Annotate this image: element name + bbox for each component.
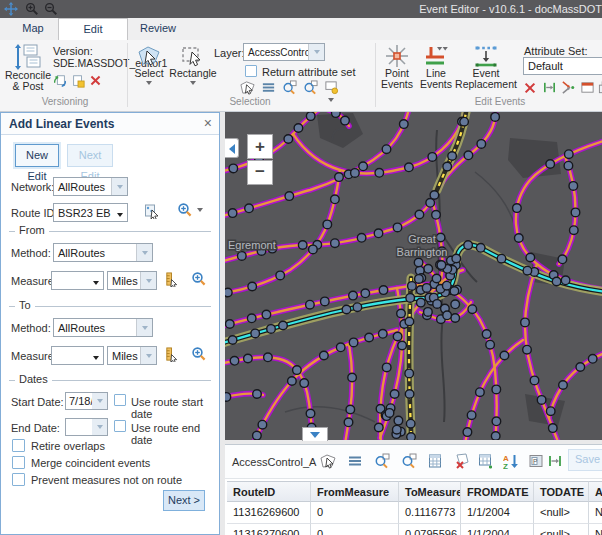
column-header-fromdate[interactable]: FROMDATE	[461, 481, 534, 502]
measure-range-icon[interactable]	[547, 453, 563, 469]
layer-combo-caret-icon[interactable]	[308, 44, 324, 60]
split-event-icon[interactable]	[523, 81, 537, 95]
close-icon[interactable]: ×	[204, 115, 212, 131]
collapse-table-tab[interactable]	[302, 427, 328, 441]
end-date-caret[interactable]	[92, 418, 108, 436]
attribute-set-combobox[interactable]: Default	[523, 57, 602, 75]
zoom-to-next-icon[interactable]	[303, 80, 318, 95]
table-cell[interactable]: <null>	[534, 524, 589, 535]
map-zoom-in-button[interactable]: +	[247, 134, 273, 159]
event-panel-icon[interactable]	[580, 80, 595, 95]
refresh-version-icon[interactable]	[53, 74, 67, 88]
map-view[interactable]: Egremont Great Barrington	[225, 112, 602, 440]
delete-version-icon[interactable]	[89, 74, 102, 87]
select-dropdown-caret-icon[interactable]	[146, 81, 152, 85]
to-method-caret-icon[interactable]	[136, 319, 152, 336]
event-replacement-button[interactable]: Event Replacement	[456, 44, 516, 90]
from-measure-caret-icon[interactable]	[93, 275, 103, 287]
zoom-to-selection-icon[interactable]	[282, 80, 297, 95]
network-caret-icon[interactable]	[111, 178, 127, 195]
map-zoom-out-button[interactable]: −	[247, 160, 273, 185]
to-method-combobox[interactable]: AllRoutes	[53, 318, 153, 337]
table-cell[interactable]: 11316269600	[227, 502, 311, 524]
layer-pick-icon[interactable]	[324, 80, 339, 95]
sort-icon[interactable]	[503, 453, 519, 469]
save-button[interactable]: Save	[568, 449, 602, 471]
layer-pick-caret-icon[interactable]	[328, 98, 334, 102]
attribute-list-icon[interactable]	[261, 80, 276, 95]
layer-combobox[interactable]: AccessControl_A	[243, 43, 325, 61]
merge-coincident-checkbox[interactable]	[12, 456, 25, 469]
delete-selected-icon[interactable]	[454, 453, 470, 469]
copy-panel-icon[interactable]	[598, 80, 602, 95]
attribute-list-icon[interactable]	[347, 453, 363, 469]
zoom-next-icon[interactable]	[401, 453, 417, 469]
from-units-caret-icon[interactable]	[140, 272, 156, 289]
add-record-icon[interactable]	[478, 453, 494, 469]
prevent-measures-checkbox[interactable]	[12, 473, 25, 486]
reconcile-post-button[interactable]: Reconcile & Post	[4, 44, 52, 92]
zoom-route-caret-icon[interactable]	[197, 208, 203, 212]
table-cell[interactable]: 1/1/2004	[461, 502, 534, 524]
table-cell[interactable]: 0	[311, 502, 399, 524]
column-header-tomeasure[interactable]: ToMeasure	[399, 481, 461, 502]
end-date-field[interactable]	[65, 418, 93, 436]
column-header-frommeasure[interactable]: FromMeasure	[311, 481, 399, 502]
table-cell[interactable]: No	[589, 502, 602, 524]
use-route-end-checkbox[interactable]	[114, 420, 126, 432]
table-cell[interactable]: 0.0795596	[399, 524, 461, 535]
pan-icon[interactable]	[4, 2, 18, 16]
to-zoom-icon[interactable]	[191, 346, 207, 362]
from-method-combobox[interactable]: AllRoutes	[53, 243, 153, 262]
to-measure-caret-icon[interactable]	[93, 350, 103, 362]
to-measure-combobox[interactable]	[51, 346, 104, 365]
select-polygon-icon[interactable]	[320, 453, 336, 469]
measure-event-icon[interactable]	[542, 80, 557, 95]
use-route-start-checkbox[interactable]	[114, 394, 126, 406]
from-units-combobox[interactable]: Miles	[107, 271, 157, 290]
new-edit-button[interactable]: New Edit	[15, 144, 59, 167]
column-header-routeid[interactable]: RouteID	[227, 481, 311, 502]
route-pick-icon[interactable]	[144, 203, 160, 219]
point-events-button[interactable]: Point Events	[380, 44, 414, 90]
tab-map[interactable]: Map	[10, 18, 56, 39]
table-cell[interactable]: 11316270600	[227, 524, 311, 535]
retire-overlaps-checkbox[interactable]	[12, 439, 25, 452]
from-method-caret-icon[interactable]	[136, 244, 152, 261]
tab-review[interactable]: Review	[130, 18, 186, 39]
next-edit-button[interactable]: Next Edit	[67, 144, 113, 167]
zoom-to-route-icon[interactable]	[177, 202, 193, 218]
map-canvas[interactable]: Egremont Great Barrington	[225, 112, 602, 440]
from-zoom-icon[interactable]	[191, 271, 207, 287]
table-cell[interactable]: No	[589, 524, 602, 535]
column-header-todate[interactable]: TODATE	[534, 481, 589, 502]
next-button[interactable]: Next >	[163, 490, 205, 511]
merge-events-icon[interactable]	[561, 80, 576, 95]
table-cell[interactable]: 1/1/2004	[461, 524, 534, 535]
select-button[interactable]: Select	[132, 44, 166, 85]
from-measure-combobox[interactable]	[51, 271, 104, 290]
to-units-caret-icon[interactable]	[140, 347, 156, 364]
route-id-combobox[interactable]: BSR23 EB	[53, 203, 128, 222]
line-events-button[interactable]: Line Events	[418, 44, 454, 90]
return-attribute-set-checkbox[interactable]	[245, 65, 257, 77]
start-date-caret[interactable]	[92, 392, 108, 410]
table-cell[interactable]: 0	[311, 524, 399, 535]
tab-edit[interactable]: Edit	[58, 18, 128, 41]
rectangle-button[interactable]: Rectangle	[170, 44, 216, 85]
table-cell[interactable]: <null>	[534, 502, 589, 524]
zoom-out-icon[interactable]	[44, 2, 58, 16]
table-cell[interactable]: 0.1116773	[399, 502, 461, 524]
new-version-icon[interactable]	[71, 74, 85, 88]
select-features-icon[interactable]	[240, 80, 255, 95]
zoom-in-icon[interactable]	[25, 2, 39, 16]
column-header-accesscontrol[interactable]: ACCESSCONTROL	[589, 481, 602, 502]
calculate-icon[interactable]	[427, 453, 443, 469]
route-id-caret-icon[interactable]	[117, 207, 127, 219]
rectangle-dropdown-caret-icon[interactable]	[190, 81, 196, 85]
zoom-selected-icon[interactable]	[374, 453, 390, 469]
collapse-panel-tab[interactable]	[225, 138, 239, 158]
from-measure-pick-icon[interactable]	[164, 272, 179, 287]
network-combobox[interactable]: AllRoutes	[53, 177, 128, 196]
start-date-field[interactable]: 7/18/	[65, 392, 93, 410]
